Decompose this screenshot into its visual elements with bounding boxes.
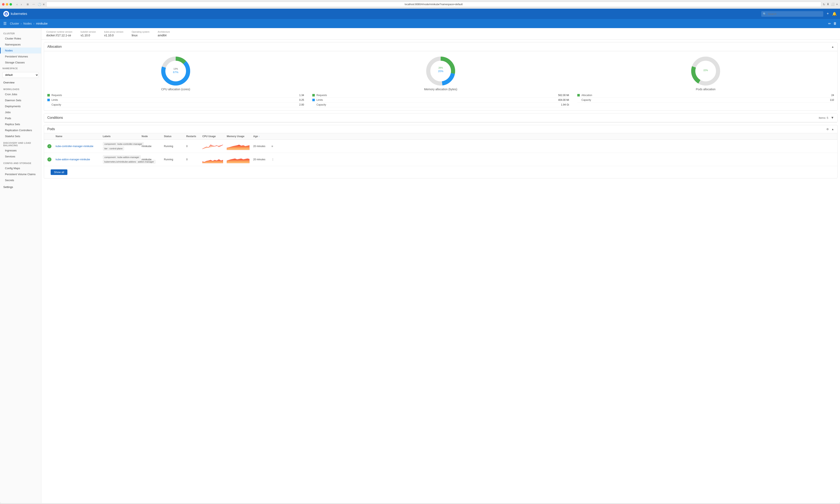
- col-status-text-header[interactable]: Status: [164, 135, 185, 138]
- col-age-header[interactable]: Age ↑: [253, 135, 270, 138]
- col-labels-header[interactable]: Labels: [103, 135, 140, 138]
- sidebar-overview[interactable]: Overview: [0, 79, 41, 86]
- pods-collapse-icon[interactable]: ▲: [831, 128, 834, 131]
- pods-allocation-color: [577, 94, 580, 96]
- namespace-select[interactable]: default: [2, 72, 39, 78]
- col-node-header[interactable]: Node: [142, 135, 162, 138]
- pod-1-label-1[interactable]: tier : control-plane: [103, 147, 124, 150]
- conditions-expand-icon[interactable]: ▼: [831, 116, 834, 120]
- sidebar-item-ingresses[interactable]: Ingresses: [0, 147, 41, 154]
- sidebar-settings[interactable]: Settings: [0, 184, 41, 190]
- pods-chart-wrapper: 22% Pods allocation Allocation 24 C: [577, 55, 834, 107]
- memory-limits-value: 404.00 Mi: [558, 98, 569, 102]
- svg-marker-18: [227, 159, 249, 163]
- container-runtime-info: Container runtime version docker://17.12…: [46, 31, 72, 37]
- pod-2-age: 20 minutes: [253, 158, 270, 161]
- col-restarts-header[interactable]: Restarts: [186, 135, 201, 138]
- main-content: Container runtime version docker://17.12…: [41, 28, 840, 503]
- maximize-button[interactable]: [10, 3, 12, 5]
- pod-1-label-0[interactable]: component : kube-controller-manager: [103, 142, 144, 146]
- sidebar-item-replica-sets[interactable]: Replica Sets: [0, 121, 41, 127]
- col-cpu-header[interactable]: CPU Usage: [202, 135, 225, 138]
- sidebar-item-replication-controllers[interactable]: Replication Controllers: [0, 127, 41, 133]
- forward-button[interactable]: ›: [20, 2, 23, 6]
- filter-icon[interactable]: ⚙: [826, 128, 829, 131]
- search-input[interactable]: [761, 11, 823, 17]
- sidebar-item-stateful-sets[interactable]: Stateful Sets: [0, 133, 41, 139]
- sidebar-item-deployments[interactable]: Deployments: [0, 103, 41, 109]
- pod-2-labels: component : kube-addon-manager kubernete…: [103, 155, 140, 164]
- address-bar[interactable]: localhost:8080/#/node/minikube?namespace…: [46, 2, 821, 7]
- memory-limits-label: Limits: [316, 98, 558, 102]
- notification-icon[interactable]: 🔔: [832, 12, 837, 16]
- delete-icon[interactable]: 🗑: [834, 22, 837, 25]
- pod-2-restarts: 0: [186, 158, 201, 161]
- sidebar-item-pods[interactable]: Pods: [0, 115, 41, 121]
- app-title: kubernetes: [11, 12, 27, 16]
- pod-2-name[interactable]: kube-addon-manager-minikube: [56, 158, 101, 161]
- namespace-section-header: Namespace: [0, 66, 41, 70]
- cpu-capacity-value: 2.00: [299, 103, 304, 106]
- memory-requests-label: Requests: [316, 94, 558, 97]
- sidebar-item-storage-classes[interactable]: Storage Classes: [0, 59, 41, 66]
- new-tab-icon[interactable]: +: [836, 2, 838, 6]
- arch-info: Architecture amd64: [158, 31, 170, 37]
- pods-allocation-label: Allocation: [581, 94, 831, 97]
- container-runtime-label: Container runtime version: [46, 31, 72, 33]
- sidebar-item-namespaces[interactable]: Namespaces: [0, 41, 41, 48]
- sidebar-item-persistent-volumes[interactable]: Persistent Volumes: [0, 54, 41, 59]
- memory-chart-title: Memory allocation (bytes): [424, 88, 457, 91]
- cpu-donut-chart: 13% 67%: [159, 55, 192, 88]
- refresh-icon[interactable]: ↻: [823, 3, 825, 6]
- hamburger-icon[interactable]: ☰: [3, 21, 6, 26]
- show-all-button[interactable]: Show all: [51, 169, 67, 175]
- tab-grid[interactable]: ⋯: [31, 2, 36, 6]
- pods-section-title: Pods: [47, 127, 55, 131]
- tab-switcher[interactable]: ⊞: [25, 2, 30, 6]
- breadcrumb-cluster[interactable]: Cluster: [10, 22, 19, 25]
- pod-1-status: Running: [164, 145, 185, 148]
- pods-chart-legend: Allocation 24 Capacity 110: [577, 93, 834, 103]
- svg-text:28%: 28%: [438, 67, 443, 69]
- download-icon[interactable]: ⬇: [827, 2, 829, 6]
- extend-icon[interactable]: ⬜: [831, 2, 835, 6]
- breadcrumb-bar: ☰ Cluster › Nodes › minikube ✏ 🗑: [0, 19, 840, 28]
- edit-icon[interactable]: ✏: [828, 22, 831, 25]
- sidebar-item-services[interactable]: Services: [0, 154, 41, 160]
- sidebar-item-jobs[interactable]: Jobs: [0, 109, 41, 115]
- memory-legend-requests: Requests 562.00 Mi: [312, 93, 569, 98]
- back-button[interactable]: ‹: [15, 2, 19, 6]
- pod-2-label-0[interactable]: component : kube-addon-manager: [103, 155, 141, 159]
- sidebar-item-config-maps[interactable]: Config Maps: [0, 165, 41, 171]
- col-memory-header[interactable]: Memory Usage: [227, 135, 251, 138]
- minimize-button[interactable]: [6, 3, 8, 5]
- pods-actions: ⚙ ▲: [826, 128, 834, 131]
- sidebar-item-secrets[interactable]: Secrets: [0, 177, 41, 183]
- allocation-collapse-icon[interactable]: ▲: [831, 45, 834, 48]
- arch-label: Architecture: [158, 31, 170, 33]
- pod-1-name[interactable]: kube-controller-manager-minikube: [56, 145, 101, 148]
- memory-capacity-label: Capacity: [316, 103, 561, 106]
- sidebar-item-cluster-roles[interactable]: Cluster Roles: [0, 36, 41, 41]
- pod-2-status: Running: [164, 158, 185, 161]
- main-layout: Cluster Cluster Roles Namespaces Nodes P…: [0, 28, 840, 503]
- breadcrumb-actions: ✏ 🗑: [828, 22, 837, 25]
- pods-allocation-value: 24: [831, 94, 834, 97]
- pod-1-status-icon: ✓: [47, 144, 54, 148]
- sidebar-item-nodes[interactable]: Nodes: [0, 48, 41, 54]
- pod-1-menu[interactable]: ≡: [272, 145, 278, 148]
- add-icon[interactable]: +: [826, 12, 829, 16]
- col-name-header[interactable]: Name: [56, 135, 101, 138]
- memory-capacity-value: 1.94 Gi: [561, 103, 569, 106]
- sidebar-item-cron-jobs[interactable]: Cron Jobs: [0, 91, 41, 97]
- sidebar-item-pvc[interactable]: Persistent Volume Claims: [0, 171, 41, 177]
- close-button[interactable]: [2, 3, 4, 5]
- menu-icon: ≡: [43, 3, 45, 6]
- pod-2-menu[interactable]: ⋮: [272, 158, 278, 161]
- breadcrumb-nodes[interactable]: Nodes: [23, 22, 32, 25]
- pods-capacity-color: [577, 99, 580, 101]
- cpu-capacity-label: Capacity: [51, 103, 299, 106]
- sidebar-item-daemon-sets[interactable]: Daemon Sets: [0, 97, 41, 103]
- cpu-limits-label: Limits: [51, 98, 299, 102]
- pod-1-node: minikube: [142, 145, 162, 148]
